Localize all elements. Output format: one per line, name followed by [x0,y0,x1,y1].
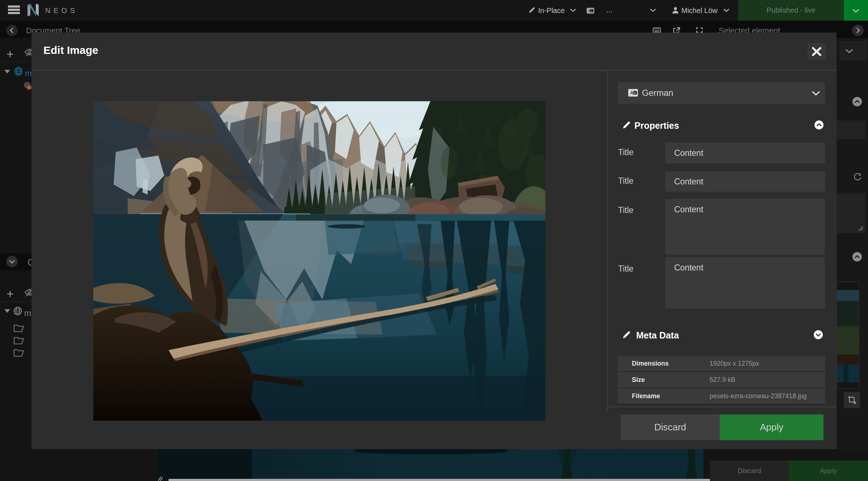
svg-text:z: z [634,91,636,95]
svg-text:z: z [591,9,592,12]
svg-text:A: A [630,90,634,95]
svg-text:x: x [28,86,30,89]
